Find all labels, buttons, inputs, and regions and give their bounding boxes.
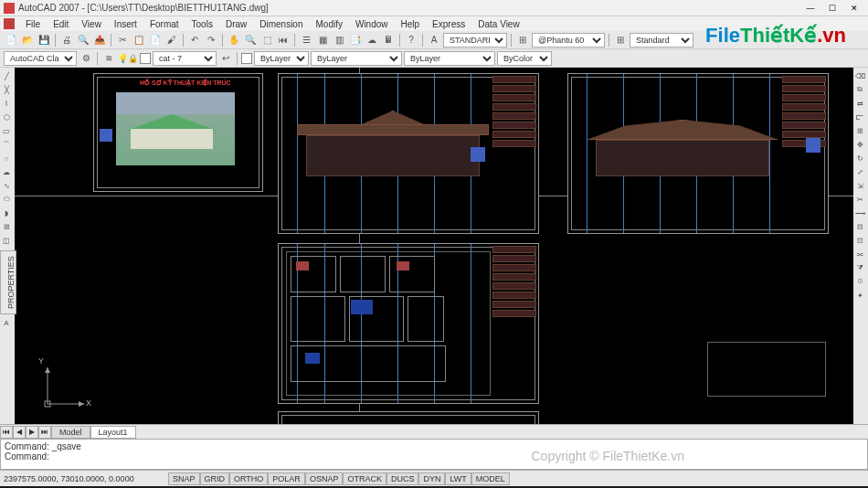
osnap-toggle[interactable]: OSNAP xyxy=(305,472,344,485)
coordinate-display[interactable]: 2397575.0000, 73010.0000, 0.0000 xyxy=(4,474,168,483)
plot-preview-icon[interactable]: 🔍 xyxy=(76,33,90,48)
mtext-icon[interactable]: A xyxy=(0,316,13,329)
workspace-combo[interactable]: AutoCAD Classic xyxy=(4,51,77,66)
ortho-toggle[interactable]: ORTHO xyxy=(229,472,268,485)
offset-icon[interactable]: ⫍ xyxy=(853,111,866,123)
lwt-toggle[interactable]: LWT xyxy=(445,472,471,485)
move-icon[interactable]: ✥ xyxy=(853,138,866,151)
paste-icon[interactable]: 📄 xyxy=(148,33,163,48)
layer-props-icon[interactable]: ≋ xyxy=(101,51,116,66)
dim-style-icon[interactable]: ⊞ xyxy=(515,33,530,48)
rectangle-icon[interactable]: ▭ xyxy=(0,124,13,137)
command-line[interactable]: Command: _qsave Command: Copyright © Fil… xyxy=(0,439,868,470)
stretch-icon[interactable]: ⇲ xyxy=(853,179,866,192)
text-style-combo[interactable]: STANDARD xyxy=(443,33,507,48)
menu-format[interactable]: Format xyxy=(144,19,185,29)
tab-model[interactable]: Model xyxy=(51,426,90,439)
menu-window[interactable]: Window xyxy=(350,19,394,29)
otrack-toggle[interactable]: OTRACK xyxy=(343,472,386,485)
tab-nav-first[interactable]: ⏮ xyxy=(0,426,13,439)
pline-icon[interactable]: ⌇ xyxy=(0,97,13,110)
publish-icon[interactable]: 📤 xyxy=(92,33,107,48)
help-icon[interactable]: ? xyxy=(404,33,418,48)
menu-modify[interactable]: Modify xyxy=(311,19,348,29)
spline-icon[interactable]: ∿ xyxy=(0,179,13,192)
zoom-icon[interactable]: 🔍 xyxy=(243,33,258,48)
menu-draw[interactable]: Draw xyxy=(220,19,252,29)
color-combo[interactable]: ByLayer xyxy=(254,51,309,66)
zoom-previous-icon[interactable]: ⏮ xyxy=(276,33,291,48)
text-style-icon[interactable]: A xyxy=(427,33,441,48)
dyn-toggle[interactable]: DYN xyxy=(418,472,445,485)
menu-insert[interactable]: Insert xyxy=(109,19,143,29)
table-style-icon[interactable]: ⊞ xyxy=(613,33,628,48)
design-center-icon[interactable]: ▦ xyxy=(315,33,330,48)
save-icon[interactable]: 💾 xyxy=(37,33,51,48)
layer-combo[interactable]: cat - 7 xyxy=(153,51,217,66)
linetype-combo[interactable]: ByLayer xyxy=(311,51,402,66)
markup-icon[interactable]: ☁ xyxy=(365,33,379,48)
explode-icon[interactable]: ✦ xyxy=(853,289,866,302)
copy-icon[interactable]: 📋 xyxy=(132,33,146,48)
trim-icon[interactable]: ✂ xyxy=(853,193,866,206)
tab-nav-next[interactable]: ▶ xyxy=(26,426,38,439)
snap-toggle[interactable]: SNAP xyxy=(168,472,200,485)
polygon-icon[interactable]: ⬡ xyxy=(0,111,13,123)
circle-icon[interactable]: ○ xyxy=(0,152,13,164)
plot-style-combo[interactable]: ByColor xyxy=(497,51,552,66)
tab-nav-last[interactable]: ⏭ xyxy=(38,426,51,439)
tab-nav-prev[interactable]: ◀ xyxy=(13,426,26,439)
line-icon[interactable]: ╱ xyxy=(0,69,13,82)
xline-icon[interactable]: ╳ xyxy=(0,83,13,96)
menu-view[interactable]: View xyxy=(76,19,107,29)
scale-icon[interactable]: ⤢ xyxy=(853,165,866,178)
print-icon[interactable]: 🖨 xyxy=(59,33,74,48)
properties-icon[interactable]: ☰ xyxy=(299,33,313,48)
rotate-icon[interactable]: ↻ xyxy=(853,152,866,164)
sheet-set-icon[interactable]: 📑 xyxy=(348,33,363,48)
menu-dataview[interactable]: Data View xyxy=(472,19,524,29)
erase-icon[interactable]: ⌫ xyxy=(853,69,866,82)
mirror-icon[interactable]: ⇄ xyxy=(853,97,866,110)
dim-style-combo[interactable]: Standard xyxy=(630,33,693,48)
menu-edit[interactable]: Edit xyxy=(48,19,74,29)
grid-toggle[interactable]: GRID xyxy=(200,472,230,485)
tab-layout1[interactable]: Layout1 xyxy=(90,426,136,439)
make-block-icon[interactable]: ◫ xyxy=(0,234,13,247)
break-point-icon[interactable]: ⊟ xyxy=(853,220,866,233)
cut-icon[interactable]: ✂ xyxy=(115,33,130,48)
open-icon[interactable]: 📂 xyxy=(20,33,35,48)
undo-icon[interactable]: ↶ xyxy=(187,33,202,48)
break-icon[interactable]: ⊡ xyxy=(853,234,866,247)
copy-obj-icon[interactable]: ⧉ xyxy=(853,83,866,96)
menu-file[interactable]: File xyxy=(20,19,46,29)
menu-help[interactable]: Help xyxy=(396,19,426,29)
extend-icon[interactable]: ⟶ xyxy=(853,207,866,219)
pan-icon[interactable]: ✋ xyxy=(227,33,241,48)
model-toggle[interactable]: MODEL xyxy=(471,472,510,485)
ducs-toggle[interactable]: DUCS xyxy=(386,472,419,485)
ellipse-icon[interactable]: ⬭ xyxy=(0,193,13,206)
close-button[interactable]: ✕ xyxy=(844,2,864,15)
properties-panel-tab[interactable]: PROPERTIES xyxy=(0,250,16,314)
ellipse-arc-icon[interactable]: ◗ xyxy=(0,207,13,219)
maximize-button[interactable]: ☐ xyxy=(822,2,842,15)
match-props-icon[interactable]: 🖌 xyxy=(164,33,179,48)
calc-icon[interactable]: 🖩 xyxy=(381,33,396,48)
menu-dimension[interactable]: Dimension xyxy=(254,19,308,29)
menu-tools[interactable]: Tools xyxy=(186,19,218,29)
arc-icon[interactable]: ⌒ xyxy=(0,138,13,151)
lineweight-combo[interactable]: ByLayer xyxy=(404,51,495,66)
join-icon[interactable]: ⫘ xyxy=(853,248,866,260)
fillet-icon[interactable]: ⦶ xyxy=(853,275,866,288)
insert-block-icon[interactable]: ⊞ xyxy=(0,220,13,233)
minimize-button[interactable]: — xyxy=(800,2,820,15)
model-space[interactable]: HỒ SƠ KỸ THUẬT KIẾN TRÚC xyxy=(15,68,853,424)
layer-previous-icon[interactable]: ↩ xyxy=(218,51,233,66)
workspace-settings-icon[interactable]: ⚙ xyxy=(79,51,93,66)
array-icon[interactable]: ⊞ xyxy=(853,124,866,137)
new-icon[interactable]: 📄 xyxy=(4,33,18,48)
font-combo[interactable]: @Phantu 60 xyxy=(532,33,605,48)
menu-express[interactable]: Express xyxy=(427,19,471,29)
tool-palettes-icon[interactable]: ▥ xyxy=(332,33,346,48)
